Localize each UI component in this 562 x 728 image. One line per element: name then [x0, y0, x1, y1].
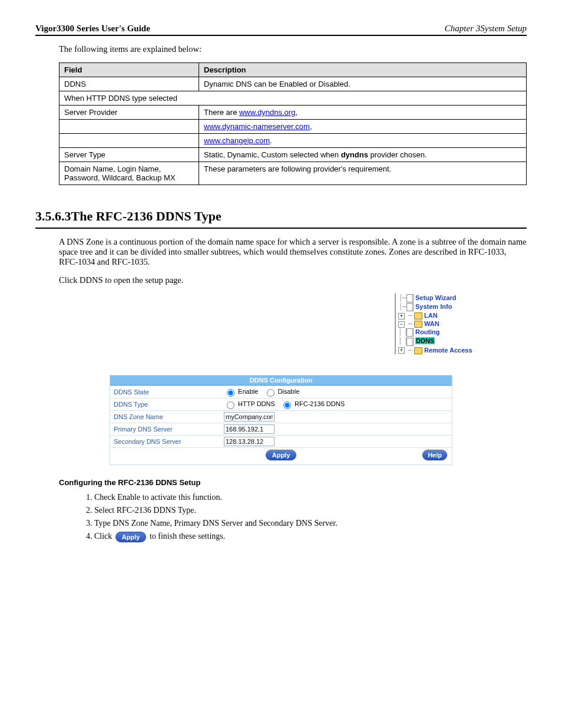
row-label: Secondary DNS Server	[110, 436, 220, 448]
table-row: www.dynamic-nameserver.com,	[59, 120, 527, 134]
primary-dns-input[interactable]	[224, 424, 275, 434]
ddns-config-panel: DDNS Configuration DDNS State Enable Dis…	[110, 375, 452, 465]
expand-icon[interactable]: +	[398, 347, 405, 354]
expand-icon[interactable]: +	[398, 313, 405, 319]
nav-remote-access[interactable]: Remote Access	[424, 347, 472, 354]
row-label: DDNS Type	[110, 398, 220, 411]
radio-http-ddns[interactable]: HTTP DDNS	[224, 400, 275, 407]
subheading: Configuring the RFC-2136 DDNS Setup	[59, 478, 527, 487]
dns-zone-input[interactable]	[224, 412, 275, 421]
secondary-dns-input[interactable]	[224, 437, 275, 446]
body-paragraph-2: Click DDNS to open the setup page.	[59, 275, 527, 285]
panel-title: DDNS Configuration	[110, 375, 452, 386]
table-row: Server Provider There are www.dyndns.org…	[59, 106, 527, 120]
doc-title: Vigor3300 Series User's Guide	[35, 24, 150, 34]
step-item: Click to finish these settings. Click Ap…	[94, 532, 527, 542]
folder-icon	[414, 321, 422, 328]
intro-text: The following items are explained below:	[59, 44, 527, 54]
nav-ddns[interactable]: DDNS	[415, 337, 435, 344]
page-icon	[406, 338, 414, 346]
apply-button-inline[interactable]: Apply	[115, 532, 147, 542]
nav-setup-wizard[interactable]: Setup Wizard	[415, 294, 457, 301]
page-icon	[406, 328, 414, 337]
nav-system-info[interactable]: System Info	[415, 303, 452, 310]
table-row: Server Type Static, Dynamic, Custom sele…	[59, 148, 527, 162]
page-header: Vigor3300 Series User's Guide Chapter 3S…	[35, 24, 527, 36]
radio-enable[interactable]: Enable	[224, 388, 258, 395]
row-label: Primary DNS Server	[110, 423, 220, 436]
table-row: When HTTP DDNS type selected	[59, 91, 527, 106]
collapse-icon[interactable]: −	[398, 321, 405, 328]
radio-disable[interactable]: Disable	[264, 388, 300, 395]
row-label: DNS Zone Name	[110, 411, 220, 423]
field-description-table: Field Description DDNS Dynamic DNS can b…	[59, 62, 527, 185]
step-item: Type DNS Zone Name, Primary DNS Server a…	[94, 519, 527, 528]
step-item: Select RFC-2136 DDNS Type.	[94, 506, 527, 515]
row-label: DDNS State	[110, 386, 220, 398]
th-field: Field	[59, 63, 199, 77]
page-icon	[406, 303, 414, 311]
nav-tree: ┊┄Setup Wizard ┊┄System Info +┄LAN −┄WAN…	[395, 294, 472, 354]
folder-icon	[414, 312, 422, 319]
nav-routing[interactable]: Routing	[415, 328, 440, 335]
page-icon	[406, 294, 414, 302]
table-row: www.changeip.com.	[59, 134, 527, 148]
help-button[interactable]: Help	[422, 450, 447, 460]
doc-chapter: Chapter 3System Setup	[445, 24, 527, 34]
section-title: 3.5.6.3The RFC-2136 DDNS Type	[35, 209, 527, 229]
th-desc: Description	[199, 63, 527, 77]
body-paragraph-1: A DNS Zone is a continuous portion of th…	[59, 237, 527, 267]
radio-rfc2136-ddns[interactable]: RFC-2136 DDNS	[280, 400, 345, 407]
table-row: DDNS Dynamic DNS can be Enabled or Disab…	[59, 77, 527, 91]
folder-icon	[414, 347, 422, 354]
step-item: Check Enable to activate this function.	[94, 493, 527, 502]
apply-button[interactable]: Apply	[266, 450, 297, 460]
table-row: Domain Name, Login Name, Password, Wildc…	[59, 162, 527, 185]
nav-wan[interactable]: WAN	[424, 320, 439, 327]
nav-lan[interactable]: LAN	[424, 312, 438, 319]
steps-list: Check Enable to activate this function. …	[71, 493, 527, 542]
